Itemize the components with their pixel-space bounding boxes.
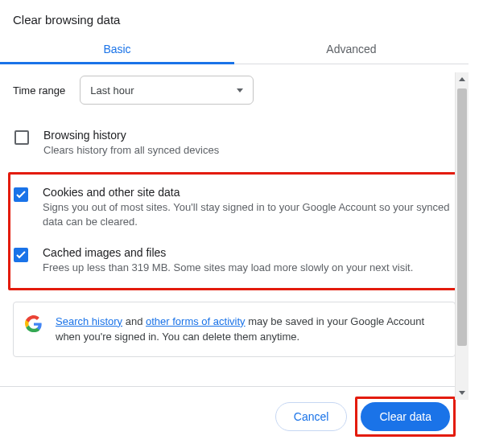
dialog-title: Clear browsing data <box>0 0 469 35</box>
time-range-value: Last hour <box>90 84 134 97</box>
clear-data-button[interactable]: Clear data <box>361 402 450 431</box>
checkbox-cookies[interactable] <box>14 187 28 202</box>
tabs: Basic Advanced <box>0 35 469 64</box>
dialog-body: Time range Last hour Browsing history Cl… <box>0 64 469 386</box>
option-desc: Clears history from all synced devices <box>43 143 219 158</box>
option-title: Browsing history <box>43 129 219 142</box>
dialog-footer: Cancel Clear data <box>0 386 469 446</box>
annotation-highlight-clear-button: Clear data <box>355 397 456 437</box>
option-desc: Frees up less than 319 MB. Some sites ma… <box>43 261 413 275</box>
google-account-info-box: Search history and other forms of activi… <box>13 302 456 357</box>
google-logo-icon <box>25 315 43 333</box>
tab-basic[interactable]: Basic <box>0 35 234 64</box>
link-other-activity[interactable]: other forms of activity <box>146 315 246 327</box>
annotation-highlight-options: Cookies and other site data Signs you ou… <box>8 172 460 290</box>
option-cache[interactable]: Cached images and files Frees up less th… <box>14 238 453 283</box>
triangle-up-icon <box>459 77 465 81</box>
option-desc: Signs you out of most sites. You'll stay… <box>43 200 453 229</box>
option-browsing-history[interactable]: Browsing history Clears history from all… <box>13 121 456 166</box>
scroll-down-button[interactable] <box>456 386 469 400</box>
time-range-select[interactable]: Last hour <box>80 76 254 105</box>
tab-label: Advanced <box>326 43 376 55</box>
time-range-label: Time range <box>13 84 65 97</box>
vertical-scrollbar[interactable] <box>455 72 469 400</box>
cancel-button[interactable]: Cancel <box>275 402 348 431</box>
option-title: Cookies and other site data <box>43 186 453 199</box>
option-cookies[interactable]: Cookies and other site data Signs you ou… <box>14 178 453 237</box>
option-title: Cached images and files <box>43 246 413 259</box>
triangle-down-icon <box>459 391 465 395</box>
time-range-row: Time range Last hour <box>13 76 456 105</box>
scrollbar-thumb[interactable] <box>457 88 467 346</box>
checkbox-browsing-history[interactable] <box>14 130 29 145</box>
scroll-up-button[interactable] <box>456 72 469 86</box>
link-search-history[interactable]: Search history <box>56 315 122 327</box>
checkbox-cache[interactable] <box>14 248 28 262</box>
tab-advanced[interactable]: Advanced <box>234 35 469 64</box>
chevron-down-icon <box>237 88 243 92</box>
tab-label: Basic <box>103 43 130 55</box>
info-text: Search history and other forms of activi… <box>56 314 444 345</box>
clear-browsing-data-dialog: Clear browsing data Basic Advanced Time … <box>0 0 469 446</box>
